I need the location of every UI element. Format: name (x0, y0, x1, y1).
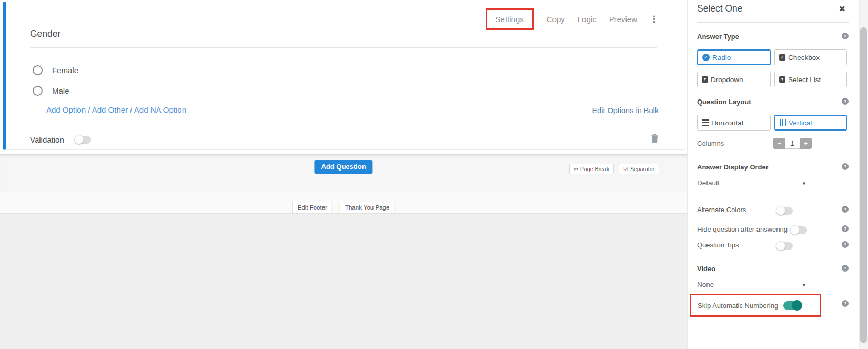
edit-footer-button[interactable]: Edit Footer (292, 202, 332, 213)
more-options-icon[interactable]: ⋮ (650, 16, 659, 23)
help-icon[interactable]: ? (842, 33, 849, 39)
layout-horizontal-button[interactable]: Horizontal (697, 115, 771, 131)
skip-automatic-numbering-label: Skip Automatic Numbering (698, 302, 778, 310)
separator-button[interactable]: ☑ Separator (619, 164, 659, 174)
option-label: Female (52, 66, 78, 75)
delete-question-trash-icon[interactable] (651, 134, 659, 143)
help-icon[interactable]: ? (842, 265, 849, 272)
copy-button[interactable]: Copy (547, 15, 565, 24)
radio-label: Radio (712, 54, 731, 62)
answer-display-order-label: Answer Display Order (697, 163, 769, 171)
help-icon[interactable]: ? (842, 206, 849, 213)
thank-you-page-button[interactable]: Thank You Page (340, 202, 395, 213)
columns-minus-button[interactable]: − (773, 138, 785, 149)
canvas-background (0, 214, 687, 349)
radio-check-icon: ✓ (702, 54, 710, 61)
select-list-label: Select List (788, 76, 821, 84)
add-other-link[interactable]: Add Other (92, 105, 128, 114)
help-icon[interactable]: ? (842, 225, 849, 232)
edit-options-in-bulk-link[interactable]: Edit Options in Bulk (592, 106, 659, 115)
settings-button[interactable]: Settings (496, 15, 524, 24)
option-links: Add Option / Add Other / Add NA Option (46, 105, 186, 114)
page-break-icon: ✂ (574, 166, 578, 172)
footer-buttons: Edit Footer Thank You Page (292, 202, 395, 213)
panel-divider (697, 22, 849, 23)
panel-title: Select One (697, 3, 743, 14)
answer-type-radio-button[interactable]: ✓ Radio (697, 49, 771, 65)
option-label: Male (52, 86, 69, 95)
separator-icon: ☑ (623, 166, 628, 172)
validation-row: Validation (30, 135, 91, 144)
columns-plus-button[interactable]: + (800, 138, 812, 149)
link-separator: / (88, 105, 90, 114)
question-tips-label: Question Tips (697, 241, 739, 249)
question-title-input[interactable]: Gender (30, 28, 657, 48)
page-break-button[interactable]: ✂ Page Break (569, 164, 614, 174)
chevron-down-icon: ▾ (802, 180, 805, 187)
video-select[interactable]: None ▾ (697, 281, 805, 288)
skip-automatic-numbering-toggle[interactable] (783, 301, 802, 310)
select-list-caret-icon: ▾ (779, 76, 785, 83)
page-break-separator-group: ✂ Page Break ☑ Separator (569, 164, 659, 174)
add-question-section: Add Question ✂ Page Break ☑ Separator Ed… (0, 154, 687, 214)
video-label: Video (697, 265, 715, 273)
toggle-knob (792, 300, 802, 311)
logic-button[interactable]: Logic (578, 15, 597, 24)
chevron-down-icon: ▾ (802, 282, 805, 288)
validation-label: Validation (30, 135, 64, 144)
card-divider (6, 128, 685, 128)
validation-toggle[interactable] (75, 136, 91, 144)
question-layout-label: Question Layout (697, 98, 751, 106)
builder-canvas: Settings Copy Logic Preview ⋮ Gender Fem… (0, 0, 687, 349)
preview-button[interactable]: Preview (609, 15, 637, 24)
question-toolbar: Settings Copy Logic Preview ⋮ (486, 8, 659, 30)
answer-type-dropdown-button[interactable]: ▾ Dropdown (697, 72, 771, 87)
answer-type-select-list-button[interactable]: ▾ Select List (774, 72, 847, 87)
hide-question-toggle[interactable] (791, 226, 807, 234)
dropdown-label: Dropdown (711, 76, 743, 84)
toggle-knob (74, 135, 84, 144)
link-separator: / (130, 105, 132, 114)
dropdown-caret-icon: ▾ (702, 76, 708, 83)
question-tips-toggle[interactable] (776, 242, 793, 250)
answer-option-row: Male (33, 86, 69, 96)
checkbox-check-icon: ✓ (779, 54, 785, 61)
dashed-divider (5, 192, 685, 192)
help-icon[interactable]: ? (842, 241, 849, 248)
connector-line (614, 169, 619, 169)
add-na-option-link[interactable]: Add NA Option (134, 105, 186, 114)
alternate-colors-toggle[interactable] (776, 207, 793, 215)
vertical-label: Vertical (789, 119, 812, 127)
horizontal-lines-icon (702, 119, 709, 126)
answer-type-checkbox-button[interactable]: ✓ Checkbox (774, 49, 847, 65)
scrollbar-thumb[interactable] (860, 27, 867, 343)
columns-value-input[interactable]: 1 (785, 138, 800, 149)
question-card: Settings Copy Logic Preview ⋮ Gender Fem… (3, 2, 685, 150)
annotation-skip-numbering-highlight: Skip Automatic Numbering (690, 294, 821, 317)
toggle-knob (790, 225, 800, 235)
close-icon[interactable]: ✖ (839, 4, 845, 14)
video-value: None (697, 281, 714, 288)
add-option-link[interactable]: Add Option (46, 105, 86, 114)
columns-label: Columns (697, 139, 724, 147)
answer-display-order-value: Default (697, 179, 720, 187)
add-question-button[interactable]: Add Question (314, 160, 372, 174)
horizontal-label: Horizontal (711, 119, 743, 127)
help-icon[interactable]: ? (842, 98, 849, 105)
layout-vertical-button[interactable]: Vertical (774, 115, 847, 131)
answer-type-label: Answer Type (697, 33, 739, 41)
settings-panel: Select One ✖ Answer Type ? ✓ Radio ✓ Che… (687, 0, 859, 349)
annotation-settings-highlight: Settings (486, 8, 534, 30)
radio-circle-icon[interactable] (33, 65, 43, 75)
alternate-colors-label: Alternate Colors (697, 206, 746, 214)
page-break-label: Page Break (580, 166, 609, 172)
hide-question-label: Hide question after answering (697, 225, 788, 233)
vertical-bars-icon (780, 119, 786, 126)
help-icon[interactable]: ? (842, 300, 849, 307)
answer-display-order-select[interactable]: Default ▾ (697, 179, 805, 187)
separator-label: Separator (630, 166, 654, 172)
help-icon[interactable]: ? (842, 163, 849, 170)
radio-circle-icon[interactable] (33, 86, 43, 96)
toggle-knob (776, 206, 785, 215)
checkbox-label: Checkbox (788, 54, 820, 62)
